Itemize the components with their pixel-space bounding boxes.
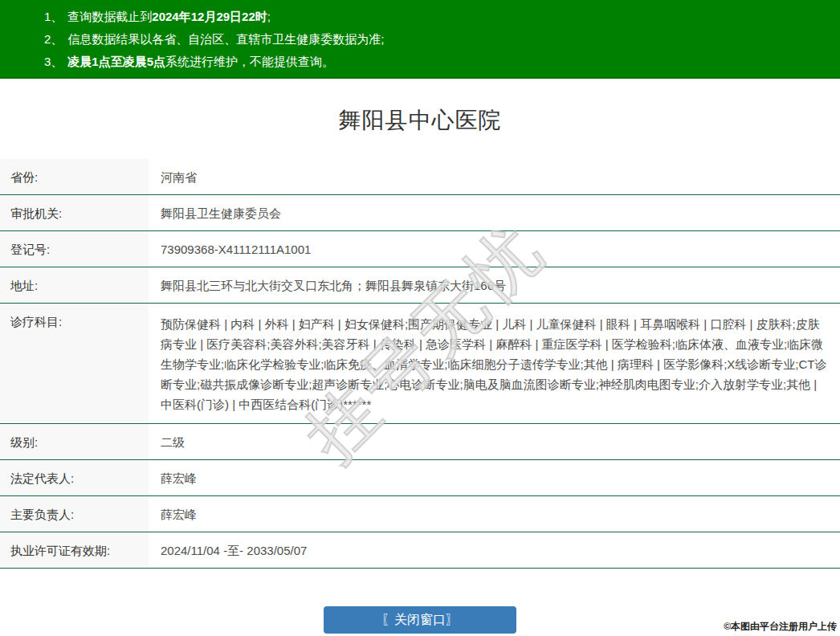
field-value: 73909368-X41112111A1001 [149, 231, 840, 267]
notice-number: 2、 [44, 32, 63, 46]
table-row-level: 级别: 二级 [0, 424, 840, 460]
field-value: 二级 [149, 424, 840, 459]
table-row-legal-representative: 法定代表人: 薛宏峰 [0, 460, 840, 496]
notice-text: 查询数据截止到 [67, 10, 152, 23]
field-label: 级别: [0, 424, 149, 459]
table-row-address: 地址: 舞阳县北三环与北大街交叉口东北角；舞阳县舞泉镇东大街166号 [0, 267, 840, 304]
notice-number: 1、 [44, 10, 63, 23]
field-label: 登记号: [0, 231, 149, 267]
field-label: 审批机关: [0, 195, 149, 230]
table-row-province: 省份: 河南省 [0, 159, 840, 195]
notice-text-bold: 2024年12月29日22时 [152, 10, 267, 23]
hospital-detail-table: 省份: 河南省 审批机关: 舞阳县卫生健康委员会 登记号: 73909368-X… [0, 159, 840, 569]
table-row-approval-authority: 审批机关: 舞阳县卫生健康委员会 [0, 195, 840, 231]
field-value: 河南省 [149, 159, 840, 194]
field-value: 2024/11/04 -至- 2033/05/07 [149, 532, 840, 568]
field-value: 舞阳县卫生健康委员会 [149, 195, 840, 230]
field-label: 法定代表人: [0, 460, 149, 495]
upload-credit-note: ©本图由平台注册用户上传 [724, 620, 837, 634]
notice-text: 系统进行维护，不能提供查询。 [165, 55, 334, 68]
notice-line-3: 3、凌晨1点至凌晨5点系统进行维护，不能提供查询。 [44, 51, 840, 73]
field-value: 薛宏峰 [149, 460, 840, 495]
table-row-main-person-in-charge: 主要负责人: 薛宏峰 [0, 496, 840, 532]
field-label: 省份: [0, 159, 149, 194]
field-label: 执业许可证有效期: [0, 532, 149, 568]
notice-number: 3、 [44, 55, 63, 68]
notice-text: ; [267, 10, 271, 23]
notice-banner: 1、查询数据截止到2024年12月29日22时; 2、信息数据结果以各省、自治区… [0, 0, 840, 79]
field-value: 薛宏峰 [149, 496, 840, 532]
notice-text-bold: 凌晨1点至凌晨5点 [67, 55, 165, 68]
button-area: 〖关闭窗口〗 [0, 606, 840, 634]
table-row-registration-number: 登记号: 73909368-X41112111A1001 [0, 231, 840, 267]
table-row-medical-subjects: 诊疗科目: 预防保健科 | 内科 | 外科 | 妇产科 | 妇女保健科;围产期保… [0, 304, 840, 424]
table-row-license-validity: 执业许可证有效期: 2024/11/04 -至- 2033/05/07 [0, 532, 840, 569]
field-value: 预防保健科 | 内科 | 外科 | 妇产科 | 妇女保健科;围产期保健专业 | … [149, 304, 840, 423]
notice-text: 信息数据结果以各省、自治区、直辖市卫生健康委数据为准; [67, 32, 384, 46]
close-window-button[interactable]: 〖关闭窗口〗 [324, 606, 516, 634]
field-label: 地址: [0, 267, 149, 303]
field-label: 诊疗科目: [0, 304, 149, 423]
field-value: 舞阳县北三环与北大街交叉口东北角；舞阳县舞泉镇东大街166号 [149, 267, 840, 303]
field-label: 主要负责人: [0, 496, 149, 532]
page-title: 舞阳县中心医院 [0, 79, 840, 159]
notice-line-2: 2、信息数据结果以各省、自治区、直辖市卫生健康委数据为准; [44, 28, 840, 51]
notice-line-1: 1、查询数据截止到2024年12月29日22时; [44, 6, 840, 28]
